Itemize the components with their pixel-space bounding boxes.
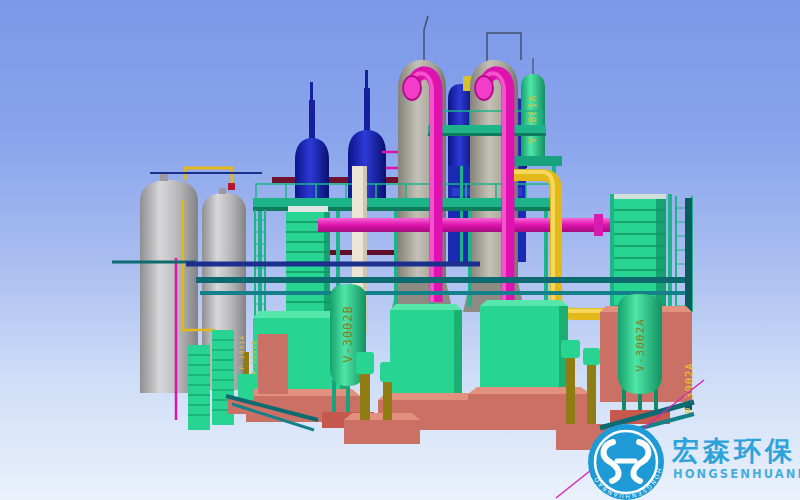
distillation-column-1 <box>391 60 453 312</box>
logo-mark: HONGSENHUANBAO <box>588 424 664 500</box>
label-v3002a: V-3002A <box>634 318 647 371</box>
3d-viewport[interactable]: V-3001A <box>0 0 800 500</box>
label-p3001b: P-3001B <box>250 340 258 374</box>
reactor-vessel-1 <box>292 82 332 210</box>
plant-model-canvas: V-3001A <box>0 0 800 500</box>
logo-wordmark-en: HONGSENHUANBAO <box>673 467 800 481</box>
label-v3002b: V-3002B <box>341 305 355 363</box>
logo-wordmark-cn: 宏森环保 <box>671 435 796 466</box>
label-v3001a: V-3001A <box>527 94 538 143</box>
label-p3001a: P-3001A <box>238 335 246 369</box>
distillation-column-2 <box>463 60 525 312</box>
